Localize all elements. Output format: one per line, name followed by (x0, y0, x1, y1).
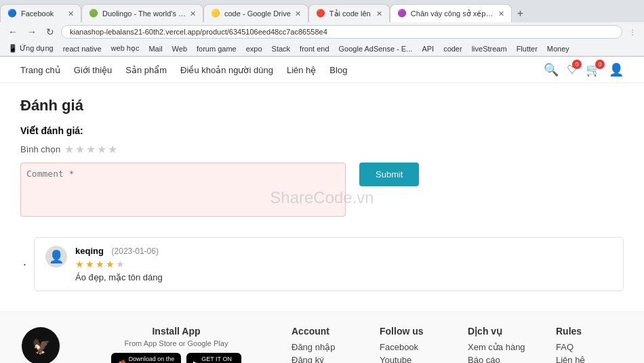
back-button[interactable]: ← (5, 25, 20, 39)
nav-lienhe[interactable]: Liên hệ (287, 65, 316, 75)
address-input[interactable] (61, 25, 622, 39)
tab-favicon-drive: 🟡 (211, 9, 220, 18)
form-label: Viết đánh giá: (20, 125, 624, 136)
review-star-5: ★ (116, 259, 125, 270)
star-1[interactable]: ★ (64, 143, 74, 156)
tab-title-product: Chân váy công sở xếp ly... (411, 9, 494, 18)
tab-favicon-product: 🟣 (397, 9, 407, 18)
bookmark-api[interactable]: API (419, 43, 437, 54)
review-form: Viết đánh giá: Bình chọn ★ ★ ★ ★ ★ Submi… (20, 125, 624, 217)
tab-drive[interactable]: 🟡 code - Google Drive ✕ (203, 4, 308, 22)
bookmarks-bar: 📱 Ứng dụng react native web học Mail Web… (0, 41, 644, 56)
bookmark-expo[interactable]: expo (243, 43, 265, 54)
nav-sanpham[interactable]: Sản phẩm (125, 65, 167, 75)
bookmark-apps[interactable]: 📱 Ứng dụng (5, 43, 56, 54)
extensions-icon[interactable]: ⋮ (626, 26, 639, 38)
footer-link-dangnhap[interactable]: Đăng nhập (291, 342, 359, 352)
avatar: 👤 (45, 246, 67, 268)
site-nav: Trang chủ Giới thiệu Sản phẩm Điều khoản… (20, 65, 347, 75)
footer-link-faq[interactable]: FAQ (556, 342, 624, 352)
cart-icon[interactable]: 🛒0 (586, 62, 601, 77)
tab-close-drive[interactable]: ✕ (295, 9, 301, 18)
footer-link-dangky[interactable]: Đăng ký (291, 355, 359, 363)
bookmark-adsense[interactable]: Google AdSense - E... (336, 43, 416, 54)
app-title: Install App (81, 326, 271, 337)
nav-blog[interactable]: Blog (329, 65, 347, 75)
comment-input[interactable] (20, 163, 346, 217)
footer-logo: 🦅 Kiana Shop (20, 326, 61, 363)
googleplay-badge[interactable]: ▶ GET IT ONGoogle Play (186, 353, 241, 363)
review-star-3: ★ (96, 259, 104, 270)
table-row: • 👤 keqing (2023-01-06) ★ ★ ★ ★ ★ Áo đẹp… (34, 237, 624, 291)
app-subtitle: From App Store or Google Play (81, 339, 271, 347)
star-rating[interactable]: ★ ★ ★ ★ ★ (64, 143, 117, 156)
forward-button[interactable]: → (24, 25, 39, 39)
bookmark-react-native[interactable]: react native (60, 43, 104, 54)
footer-col-dichvu: Dịch vụ Xem cửa hàng Báo cáo (468, 326, 536, 363)
bookmark-webhoc[interactable]: web học (108, 43, 142, 54)
tab-title-duolingo: Duolingo - The world's best... (102, 9, 186, 18)
tab-upload[interactable]: 🔴 Tải code lên ✕ (308, 4, 390, 22)
appstore-badge[interactable]: 🍎 Download on theApp Store (111, 353, 182, 363)
apple-icon: 🍎 (118, 360, 126, 363)
bookmark-mail[interactable]: Mail (146, 43, 165, 54)
tab-facebook[interactable]: 🔵 Facebook ✕ (0, 4, 81, 22)
tab-close-duolingo[interactable]: ✕ (190, 9, 196, 18)
review-star-1: ★ (75, 259, 84, 270)
review-date: (2023-01-06) (112, 247, 159, 256)
bookmark-forum[interactable]: forum game (194, 43, 239, 54)
footer-link-youtube[interactable]: Youtube (380, 355, 447, 363)
logo-icon: 🦅 (20, 326, 61, 363)
footer-link-lienhe[interactable]: Liên hệ (556, 355, 624, 363)
bookmark-web[interactable]: Web (169, 43, 190, 54)
review-stars: ★ ★ ★ ★ ★ (75, 259, 612, 270)
refresh-button[interactable]: ↻ (43, 25, 57, 39)
footer-col-title-rules: Rules (556, 326, 624, 337)
nav-dieukhoan[interactable]: Điều khoản người dùng (180, 65, 273, 75)
star-4[interactable]: ★ (97, 143, 106, 156)
appstore-label: Download on theApp Store (129, 356, 175, 363)
app-badges: 🍎 Download on theApp Store ▶ GET IT ONGo… (81, 353, 271, 363)
tab-product[interactable]: 🟣 Chân váy công sở xếp ly... ✕ (390, 4, 512, 22)
tab-favicon-facebook: 🔵 (7, 9, 17, 18)
googleplay-label: GET IT ONGoogle Play (201, 356, 235, 363)
footer-link-facebook[interactable]: Facebook (380, 342, 447, 352)
tab-close-upload[interactable]: ✕ (376, 9, 382, 18)
bookmark-flutter[interactable]: Flutter (514, 43, 540, 54)
review-section-title: Đánh giá (20, 97, 624, 114)
search-icon[interactable]: 🔍 (544, 62, 559, 77)
reviewer-info: keqing (2023-01-06) (75, 246, 612, 256)
rating-label-text: Bình chọn (20, 144, 60, 154)
star-2[interactable]: ★ (75, 143, 85, 156)
nav-trangchu[interactable]: Trang chủ (20, 65, 60, 75)
bookmark-frontend[interactable]: front end (297, 43, 331, 54)
header-icons: 🔍 ♡0 🛒0 👤 (544, 62, 624, 77)
tab-favicon-duolingo: 🟢 (89, 9, 98, 18)
tab-duolingo[interactable]: 🟢 Duolingo - The world's best... ✕ (81, 4, 203, 22)
rating-label: Bình chọn ★ ★ ★ ★ ★ (20, 143, 624, 156)
wishlist-icon[interactable]: ♡0 (567, 62, 578, 77)
tab-title-facebook: Facebook (21, 9, 64, 18)
star-3[interactable]: ★ (86, 143, 96, 156)
footer-col-title-dichvu: Dịch vụ (468, 326, 536, 337)
bookmark-livestream[interactable]: liveStream (469, 43, 510, 54)
footer-link-xemcuahang[interactable]: Xem cửa hàng (468, 342, 536, 352)
new-tab-button[interactable]: + (512, 5, 529, 22)
tab-close-product[interactable]: ✕ (498, 9, 504, 18)
review-star-4: ★ (106, 259, 115, 270)
tab-title-upload: Tải code lên (329, 9, 372, 18)
footer-app-section: Install App From App Store or Google Pla… (81, 326, 271, 363)
nav-gioithieu[interactable]: Giới thiệu (74, 65, 112, 75)
review-star-2: ★ (85, 259, 94, 270)
address-bar-row: ← → ↻ ⋮ (0, 22, 644, 41)
footer-link-baocao[interactable]: Báo cáo (468, 355, 536, 363)
play-icon: ▶ (193, 360, 199, 363)
bookmark-stack[interactable]: Stack (269, 43, 294, 54)
user-icon[interactable]: 👤 (609, 62, 624, 77)
submit-button[interactable]: Submit (359, 163, 419, 186)
bookmark-coder[interactable]: coder (441, 43, 465, 54)
star-5[interactable]: ★ (108, 143, 117, 156)
browser-icons: ⋮ (626, 26, 639, 38)
bookmark-money[interactable]: Money (544, 43, 572, 54)
tab-close-facebook[interactable]: ✕ (68, 9, 74, 18)
